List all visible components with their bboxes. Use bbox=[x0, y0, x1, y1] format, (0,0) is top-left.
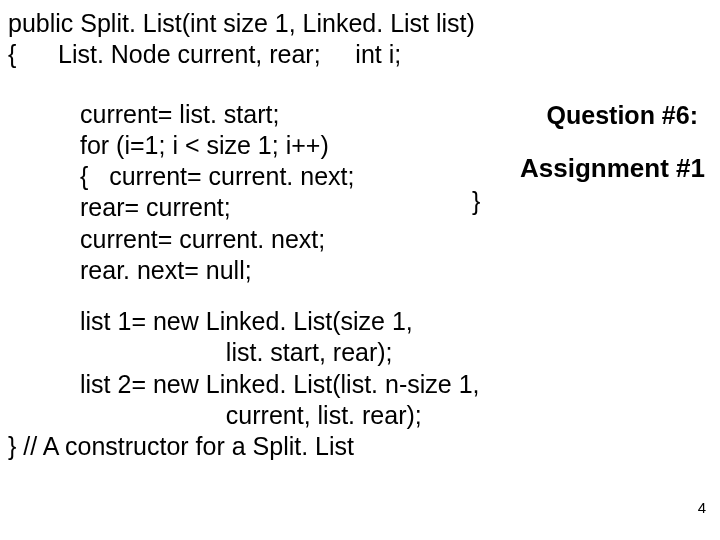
code-line-13: } // A constructor for a Split. List bbox=[8, 432, 354, 460]
question-label: Question #6: bbox=[547, 100, 698, 131]
code-close: } // A constructor for a Split. List bbox=[8, 431, 712, 462]
code-line-4: for (i=1; i < size 1; i++) bbox=[80, 131, 329, 159]
code-line-1: public Split. List(int size 1, Linked. L… bbox=[8, 9, 475, 37]
code-line-10: list. start, rear); bbox=[80, 338, 393, 366]
slide: public Split. List(int size 1, Linked. L… bbox=[0, 0, 720, 540]
closing-brace: } bbox=[472, 186, 480, 217]
code-line-5: { current= current. next; bbox=[80, 162, 354, 190]
code-line-11: list 2= new Linked. List(list. n-size 1, bbox=[80, 370, 479, 398]
code-body-2: list 1= new Linked. List(size 1, list. s… bbox=[80, 306, 712, 431]
code-top: public Split. List(int size 1, Linked. L… bbox=[8, 8, 712, 71]
assignment-label: Assignment #1 bbox=[520, 152, 705, 185]
page-number: 4 bbox=[698, 499, 706, 518]
code-line-7: current= current. next; bbox=[80, 225, 325, 253]
code-line-8: rear. next= null; bbox=[80, 256, 252, 284]
code-line-12: current, list. rear); bbox=[80, 401, 422, 429]
code-line-3: current= list. start; bbox=[80, 100, 279, 128]
code-line-2: { List. Node current, rear; int i; bbox=[8, 40, 401, 68]
code-line-9: list 1= new Linked. List(size 1, bbox=[80, 307, 413, 335]
code-line-6: rear= current; bbox=[80, 193, 231, 221]
